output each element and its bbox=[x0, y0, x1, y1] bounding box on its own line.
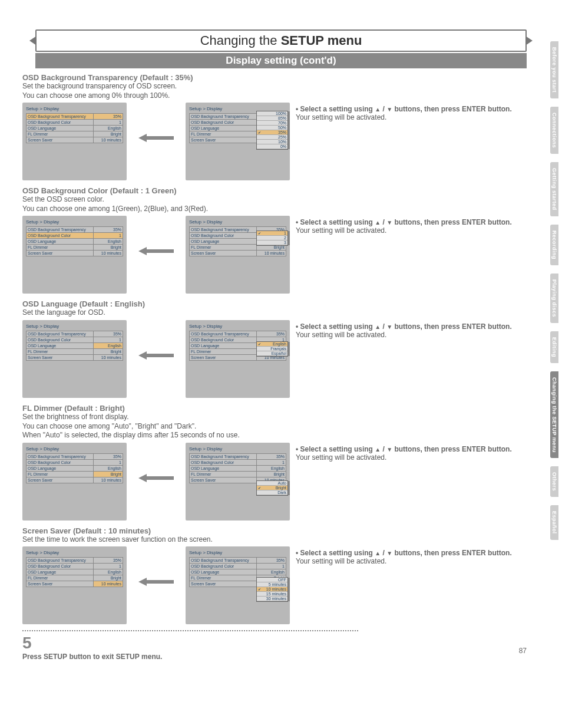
menu-row[interactable]: FL DimmerBright bbox=[27, 348, 123, 354]
dropdown-option[interactable]: English bbox=[257, 342, 287, 347]
menu-row[interactable]: OSD LanguageEnglish bbox=[27, 126, 123, 131]
menu-row[interactable]: OSD Background Color1 bbox=[190, 564, 286, 569]
menu-row[interactable]: Screen Saver10 minutes bbox=[27, 477, 123, 483]
scrollbar[interactable] bbox=[288, 342, 290, 356]
menu-row[interactable]: OSD LanguageEnglish bbox=[190, 569, 286, 575]
dropdown-option[interactable]: 1 bbox=[257, 231, 287, 236]
page-title: Changing the SETUP menu bbox=[35, 29, 527, 52]
dropdown-option[interactable]: 2 bbox=[257, 236, 287, 241]
instruction-lead: Select a setting using ▲ / ▼ buttons, th… bbox=[296, 322, 524, 331]
dropdown-option[interactable]: Français bbox=[257, 347, 287, 351]
menu-row[interactable]: Screen Saver10 minutes bbox=[27, 354, 123, 360]
menu-row[interactable]: FL DimmerBright bbox=[190, 471, 286, 477]
scrollbar[interactable] bbox=[288, 231, 290, 245]
menu-row[interactable]: OSD LanguageEnglish bbox=[27, 239, 123, 245]
options-dropdown[interactable]: 123 bbox=[256, 230, 288, 246]
section-body: Set the brightness of front display.You … bbox=[22, 413, 524, 440]
dropdown-option[interactable]: Bright bbox=[257, 486, 287, 490]
side-tab[interactable]: Recording bbox=[550, 225, 558, 265]
side-tab[interactable]: Español bbox=[550, 505, 558, 540]
side-tab[interactable]: Others bbox=[550, 466, 558, 497]
dropdown-option[interactable]: 15 minutes bbox=[257, 592, 287, 597]
side-tab[interactable]: Changing the SETUP menu bbox=[550, 371, 558, 459]
menu-row[interactable]: OSD LanguageEnglish bbox=[27, 342, 123, 348]
instruction-result: Your setting will be activated. bbox=[296, 557, 524, 565]
menu-row[interactable]: OSD Background Transparency35% bbox=[27, 331, 123, 337]
breadcrumb: Setup > Display bbox=[26, 106, 123, 111]
scrollbar[interactable] bbox=[288, 578, 290, 601]
side-tab[interactable]: Playing discs bbox=[550, 274, 558, 323]
dropdown-option[interactable]: Español bbox=[257, 351, 287, 356]
menu-row[interactable]: OSD LanguageEnglish bbox=[27, 465, 123, 471]
dropdown-option[interactable]: 10% bbox=[257, 140, 287, 144]
breadcrumb: Setup > Display bbox=[189, 324, 286, 329]
menu-row[interactable]: OSD Background Color1 bbox=[27, 564, 123, 569]
menu-row[interactable]: Screen Saver10 minutes bbox=[27, 137, 123, 143]
arrow-left-icon bbox=[133, 320, 180, 391]
menu-row[interactable]: OSD Background Color1 bbox=[27, 233, 123, 239]
dropdown-option[interactable]: Dark bbox=[257, 490, 287, 495]
side-tab[interactable]: Before you start bbox=[550, 41, 558, 98]
menu-row[interactable]: OSD Background Color1 bbox=[27, 337, 123, 342]
side-tab[interactable]: Connections bbox=[550, 107, 558, 154]
dropdown-option[interactable]: 3 bbox=[257, 241, 287, 245]
dropdown-option[interactable]: 30 minutes bbox=[257, 597, 287, 601]
dropdown-option[interactable]: 70% bbox=[257, 121, 287, 126]
down-icon: ▼ bbox=[386, 106, 392, 113]
scrollbar[interactable] bbox=[288, 481, 290, 495]
options-dropdown[interactable]: OFF5 minutes10 minutes15 minutes30 minut… bbox=[256, 577, 288, 602]
menu-row[interactable]: OSD LanguageEnglish bbox=[190, 465, 286, 471]
menu-row[interactable]: FL DimmerBright bbox=[27, 131, 123, 137]
dropdown-option[interactable]: 85% bbox=[257, 116, 287, 121]
dropdown-option[interactable]: Auto bbox=[257, 481, 287, 486]
section-body: Set the background transparency of OSD s… bbox=[22, 82, 524, 100]
up-icon: ▲ bbox=[375, 550, 381, 556]
scrollbar[interactable] bbox=[288, 111, 290, 149]
dropdown-option[interactable]: 10 minutes bbox=[257, 587, 287, 592]
menu-row[interactable]: Screen Saver10 minutes bbox=[190, 251, 286, 256]
select-panel: Setup > DisplayOSD Background Transparen… bbox=[186, 320, 290, 398]
menu-row[interactable]: OSD Background Transparency35% bbox=[190, 453, 286, 459]
instruction-block: Select a setting using ▲ / ▼ buttons, th… bbox=[296, 103, 524, 121]
breadcrumb: Setup > Display bbox=[189, 550, 286, 555]
menu-row[interactable]: OSD Background Transparency35% bbox=[27, 114, 123, 120]
dropdown-option[interactable]: OFF bbox=[257, 578, 287, 582]
options-dropdown[interactable]: EnglishFrançaisEspañol bbox=[256, 341, 288, 357]
dropdown-option[interactable]: 25% bbox=[257, 135, 287, 140]
result-panel: Setup > DisplayOSD Background Transparen… bbox=[22, 103, 127, 180]
menu-row[interactable]: OSD Background Transparency35% bbox=[190, 558, 286, 564]
step-number: 5 bbox=[22, 630, 358, 653]
menu-table: OSD Background Transparency35%OSD Backgr… bbox=[26, 557, 123, 587]
menu-row[interactable]: OSD Background Transparency35% bbox=[27, 453, 123, 459]
menu-row[interactable]: OSD LanguageEnglish bbox=[27, 569, 123, 575]
section-body: Set the time to work the screen saver fu… bbox=[22, 535, 524, 545]
section-tabs: Before you startConnectionsGetting start… bbox=[550, 41, 558, 540]
breadcrumb: Setup > Display bbox=[26, 324, 123, 329]
dropdown-option[interactable]: 50% bbox=[257, 126, 287, 130]
menu-row[interactable]: OSD Background Color1 bbox=[190, 459, 286, 465]
menu-row[interactable]: OSD Background Transparency35% bbox=[27, 558, 123, 564]
instruction-lead: Select a setting using ▲ / ▼ buttons, th… bbox=[296, 105, 524, 113]
menu-row[interactable]: FL DimmerBright bbox=[27, 245, 123, 251]
side-tab[interactable]: Getting started bbox=[550, 162, 558, 216]
page-subtitle: Display setting (cont'd) bbox=[35, 53, 527, 68]
menu-row[interactable]: OSD Background Color1 bbox=[27, 459, 123, 465]
menu-row[interactable]: FL DimmerBright bbox=[27, 471, 123, 477]
menu-row[interactable]: Screen Saver10 minutes bbox=[27, 581, 123, 587]
menu-row[interactable]: FL DimmerBright bbox=[27, 575, 123, 581]
dropdown-option[interactable]: 35% bbox=[257, 130, 287, 135]
instruction-lead: Select a setting using ▲ / ▼ buttons, th… bbox=[296, 445, 524, 453]
menu-row[interactable]: Screen Saver10 minutes bbox=[27, 251, 123, 256]
menu-row[interactable]: OSD Background Transparency35% bbox=[190, 331, 286, 337]
dropdown-option[interactable]: 5 minutes bbox=[257, 582, 287, 587]
menu-row[interactable]: OSD Background Transparency35% bbox=[27, 227, 123, 233]
svg-marker-0 bbox=[138, 134, 174, 142]
options-dropdown[interactable]: 100%85%70%50%35%25%10%0% bbox=[256, 111, 288, 150]
dropdown-option[interactable]: 0% bbox=[257, 144, 287, 149]
section-heading: OSD Language (Default : English) bbox=[22, 299, 524, 308]
side-tab[interactable]: Editing bbox=[550, 331, 558, 363]
breadcrumb: Setup > Display bbox=[26, 550, 123, 555]
dropdown-option[interactable]: 100% bbox=[257, 111, 287, 116]
options-dropdown[interactable]: AutoBrightDark bbox=[256, 480, 288, 496]
menu-row[interactable]: OSD Background Color1 bbox=[27, 120, 123, 126]
